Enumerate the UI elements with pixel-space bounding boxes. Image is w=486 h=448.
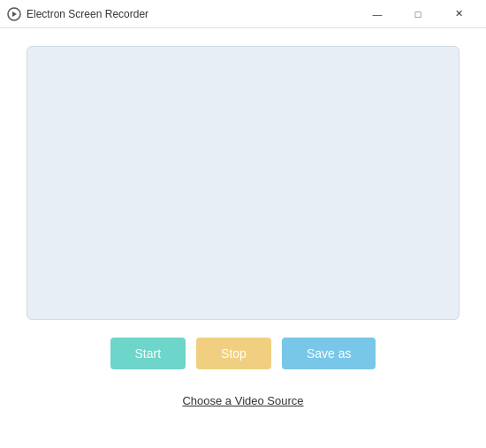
stop-button[interactable]: Stop xyxy=(196,338,271,369)
save-as-button[interactable]: Save as xyxy=(282,338,376,369)
window-controls: — □ ✕ xyxy=(357,0,479,28)
video-preview xyxy=(27,46,459,320)
close-button[interactable]: ✕ xyxy=(438,0,479,28)
app-icon xyxy=(7,7,21,21)
app-title: Electron Screen Recorder xyxy=(27,8,148,20)
footer-area: Choose a Video Source xyxy=(182,387,303,414)
choose-video-source-link[interactable]: Choose a Video Source xyxy=(182,394,303,407)
maximize-button[interactable]: □ xyxy=(398,0,438,28)
control-buttons: Start Stop Save as xyxy=(110,338,376,369)
main-content: Start Stop Save as Choose a Video Source xyxy=(0,28,486,448)
start-button[interactable]: Start xyxy=(110,338,186,369)
title-bar: Electron Screen Recorder — □ ✕ xyxy=(0,0,486,28)
minimize-button[interactable]: — xyxy=(357,0,398,28)
title-bar-left: Electron Screen Recorder xyxy=(7,7,148,21)
